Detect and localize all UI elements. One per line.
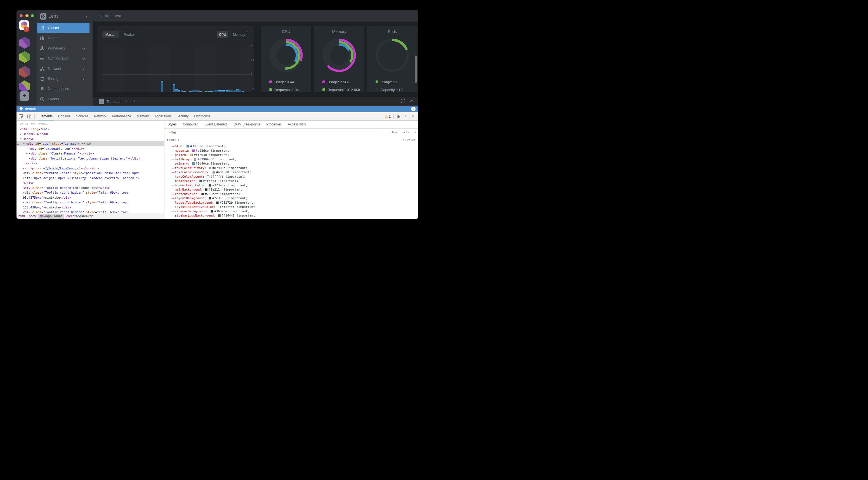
color-swatch[interactable] — [211, 210, 213, 213]
subtab-styles[interactable]: Styles — [164, 121, 180, 128]
sidebar-item-events[interactable]: Events — [37, 94, 90, 104]
metric-tab-cpu[interactable]: CPU — [217, 31, 228, 38]
color-swatch[interactable] — [209, 167, 211, 169]
color-swatch[interactable] — [202, 193, 204, 195]
sidebar-item-network[interactable]: Network — [37, 64, 90, 74]
css-variable-row[interactable]: --sidebarBackground: #36393e !important; — [171, 209, 249, 214]
dom-tree-row[interactable]: <div class="Notifications flex column al… — [17, 156, 164, 161]
dom-tree-row[interactable]: <div id="draggable-top"></div> — [17, 146, 164, 151]
css-variable-row[interactable]: --primary: #3d90ce !important; — [171, 162, 231, 166]
color-swatch[interactable] — [190, 154, 193, 156]
color-swatch[interactable] — [213, 171, 215, 173]
collapsed-arrow-icon[interactable]: ▶ — [26, 151, 28, 156]
breadcrumb-item[interactable]: div#draggable-top — [64, 214, 95, 219]
tab-application[interactable]: Application — [152, 112, 174, 121]
device-toolbar-icon[interactable] — [25, 112, 33, 121]
terminal-add-icon[interactable]: + — [133, 99, 136, 104]
dom-tree-row[interactable]: </div> — [17, 161, 164, 166]
subtab-properties[interactable]: Properties — [263, 121, 285, 128]
subtab-computed[interactable]: Computed — [180, 121, 202, 128]
css-variable-row[interactable]: --borderFaintColor: #373a3e !important; — [171, 183, 247, 188]
color-swatch[interactable] — [207, 175, 210, 178]
css-variable-row[interactable]: --textColorAccent: #ffffff !important; — [171, 175, 246, 179]
terminal-tab-label[interactable]: Terminal — [106, 99, 120, 104]
main-scrollbar[interactable] — [415, 56, 417, 83]
css-variable-row[interactable]: --layoutTabsActiveColor: #ffffff !import… — [171, 205, 257, 209]
dom-tree-row[interactable]: left: 0px; height: 0px; visibility: hidd… — [17, 176, 164, 181]
sidebar-item-workloads[interactable]: Workloads — [37, 43, 90, 54]
cluster-tile[interactable] — [19, 37, 30, 48]
sidebar-item-namespaces[interactable]: Namespaces — [37, 84, 90, 94]
subtab-event-listeners[interactable]: Event Listeners — [202, 121, 231, 128]
toggle-class[interactable]: .cls — [402, 131, 410, 134]
dom-tree-row[interactable]: </div> — [17, 180, 164, 185]
metric-tab-memory[interactable]: Memory — [230, 31, 248, 38]
help-icon[interactable]: ? — [411, 107, 415, 111]
cluster-tile[interactable] — [19, 66, 30, 78]
chevron-down-icon[interactable] — [82, 57, 85, 60]
dom-tree-row[interactable]: …▼<div id="app" class="is-mac"> == $0 — [17, 141, 164, 146]
breadcrumb-item[interactable]: div#app.is-mac — [38, 214, 65, 219]
css-variable-row[interactable]: --sidebarActiveColor: #ffffff !important… — [171, 218, 251, 219]
styles-filter-input[interactable] — [167, 130, 382, 135]
color-swatch[interactable] — [216, 201, 219, 204]
expanded-arrow-icon[interactable]: ▼ — [23, 141, 25, 146]
dom-tree-row[interactable]: <html lang="en"> — [17, 127, 164, 132]
subtab-dom-breakpoints[interactable]: DOM Breakpoints — [231, 121, 264, 128]
tab-security[interactable]: Security — [174, 112, 191, 121]
color-swatch[interactable] — [194, 158, 196, 161]
css-variable-row[interactable]: --halfGray: #87909c80 !important; — [171, 157, 237, 162]
css-variable-row[interactable]: --blue: #3d90ce !important; — [171, 144, 225, 149]
tab-console[interactable]: Console — [55, 112, 73, 121]
css-variable-row[interactable]: --mainBackground: #1e2124 !important; — [171, 187, 244, 192]
sidebar-item-cluster[interactable]: Cluster — [37, 23, 90, 33]
color-swatch[interactable] — [218, 214, 221, 217]
chevron-down-icon[interactable] — [82, 67, 85, 70]
tab-lighthouse[interactable]: Lighthouse — [191, 112, 213, 121]
css-variable-row[interactable]: --borderColor: #4c5053 !important; — [171, 179, 238, 183]
dom-tree-row[interactable]: <div class="Tooltip hidden">minikube-tes… — [17, 185, 164, 191]
new-style-rule-button[interactable]: + — [414, 131, 416, 134]
dom-tree-row[interactable]: ▼<body> — [17, 137, 164, 142]
dom-tree-row[interactable]: 95.4375px;">minikube</div> — [17, 195, 164, 200]
dom-tree-row[interactable]: ▶<head>…</head> — [17, 132, 164, 137]
devtools-settings-icon[interactable]: ⚙ — [395, 114, 402, 119]
dom-tree-row[interactable]: <!DOCTYPE html> — [17, 122, 164, 127]
css-variable-row[interactable]: --magenta: #c93dce !important; — [171, 149, 231, 153]
dom-tree-row[interactable]: <script src="/build/LensDev.js"></script… — [17, 166, 164, 171]
dom-tree-row[interactable]: <div class="Tooltip right hidden" style=… — [17, 210, 164, 213]
css-variable-row[interactable]: --golden: #ffc63d !important; — [171, 153, 229, 157]
css-variable-row[interactable]: --contentColor: #262b2f !important; — [171, 192, 240, 197]
toggle-hover-state[interactable]: :hov — [390, 131, 398, 134]
devtools-close-icon[interactable]: × — [409, 114, 417, 119]
sidebar-item-nodes[interactable]: Nodes — [37, 33, 90, 43]
color-swatch[interactable] — [213, 219, 215, 219]
sidebar-collapse-icon[interactable]: ‹ — [86, 13, 88, 19]
css-variable-row[interactable]: --textColorSecondary: #a0a0a0 !important… — [171, 170, 251, 175]
devtools-menu-icon[interactable]: ⋮ — [402, 114, 409, 119]
css-variable-row[interactable]: --layoutTabsBackground: #252729 !importa… — [171, 201, 255, 205]
tab-elements[interactable]: Elements — [36, 112, 55, 121]
tab-network[interactable]: Network — [91, 112, 109, 121]
node-tab-worker[interactable]: Worker — [121, 31, 138, 38]
terminal-close-icon[interactable]: × — [125, 99, 127, 103]
inspect-element-icon[interactable] — [17, 112, 25, 121]
css-variable-row[interactable]: --layoutBackground: #2e3136 !important; — [171, 196, 247, 201]
dom-tree-row[interactable]: 150.438px;">minikube</div> — [17, 205, 164, 210]
cluster-tile[interactable] — [19, 51, 30, 63]
namespace-label[interactable]: default — [25, 107, 36, 111]
collapsed-arrow-icon[interactable]: ▶ — [20, 132, 22, 137]
sidebar-item-configuration[interactable]: Configuration — [37, 54, 90, 63]
css-variable-row[interactable]: --textColorPrimary: #87909c !important; — [171, 166, 247, 170]
add-cluster-button[interactable]: + — [20, 91, 29, 101]
cluster-tile[interactable] — [19, 80, 30, 92]
terminal-expand-chevron-icon[interactable] — [410, 99, 414, 103]
dom-tree-row[interactable]: ▶<div class="ClusterManager">…</div> — [17, 151, 164, 156]
color-swatch[interactable] — [192, 149, 195, 152]
traffic-light-close[interactable] — [20, 14, 23, 17]
color-swatch[interactable] — [187, 145, 189, 147]
sidebar-item-storage[interactable]: Storage — [37, 74, 90, 84]
tab-memory[interactable]: Memory — [134, 112, 152, 121]
css-selector[interactable]: :root { — [167, 138, 180, 142]
subtab-accessibility[interactable]: Accessibility — [285, 121, 309, 128]
